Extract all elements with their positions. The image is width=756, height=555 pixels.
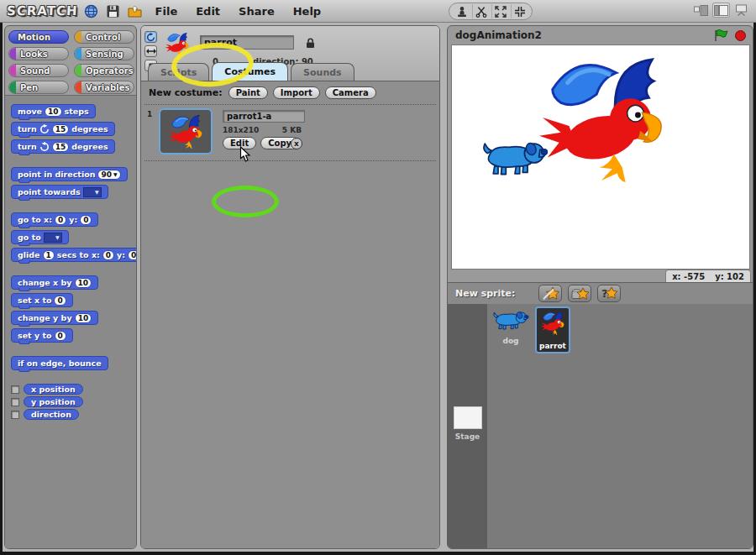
menu-share[interactable]: Share: [239, 5, 275, 18]
block-text: glide: [18, 250, 40, 259]
block-point-in-direction[interactable]: point in direction90▼: [11, 167, 128, 181]
block-set-y-to[interactable]: set y to0: [11, 328, 73, 343]
reporter-row: x position: [11, 384, 129, 395]
number-arg[interactable]: 15: [52, 124, 70, 134]
block-text: move: [18, 107, 42, 116]
block-y-position[interactable]: y position: [24, 396, 83, 407]
block-point-towards[interactable]: point towards▼: [11, 185, 108, 199]
number-arg[interactable]: 0: [55, 331, 66, 341]
number-arg[interactable]: 15: [52, 142, 70, 152]
number-arg[interactable]: 0: [54, 296, 66, 306]
dropdown-arg[interactable]: ▼: [83, 187, 102, 197]
parrot-thumbnail-icon: [540, 310, 565, 340]
new-sprite-label: New sprite:: [455, 288, 515, 299]
block-palette-panel: MotionControlLooksSensingSoundOperatorsP…: [4, 25, 137, 549]
tab-scripts[interactable]: Scripts: [148, 63, 209, 81]
block-change-y-by[interactable]: change y by10: [11, 311, 98, 325]
dropdown-arg[interactable]: ▼: [44, 233, 62, 243]
edit-costume-button[interactable]: Edit: [223, 137, 256, 149]
number-menu-arg[interactable]: 90▼: [97, 170, 120, 180]
stop-sign-icon[interactable]: [735, 30, 746, 41]
block-turn-degrees[interactable]: turn15degrees: [11, 139, 115, 154]
import-costume-button[interactable]: Import: [273, 86, 320, 99]
category-sound[interactable]: Sound: [8, 64, 69, 77]
small-stage-icon[interactable]: [693, 3, 709, 17]
surprise-sprite-icon[interactable]: ?: [597, 285, 621, 302]
sprite-tiles: dogparrot: [490, 306, 570, 353]
number-arg[interactable]: 10: [75, 278, 92, 288]
rotate-icon[interactable]: [144, 31, 157, 43]
category-accent: [75, 31, 81, 43]
block-text: degrees: [71, 142, 108, 151]
costume-dimensions: 181x210: [223, 126, 259, 134]
number-arg[interactable]: 0: [102, 250, 114, 260]
lock-icon: [306, 36, 315, 52]
menu-file[interactable]: File: [155, 5, 178, 18]
block-glide-secs-to-x-y[interactable]: glide1secs to x:0y:0: [11, 248, 137, 262]
delete-costume-icon[interactable]: x: [291, 138, 302, 149]
block-go-to[interactable]: go to▼: [11, 230, 69, 244]
save-icon[interactable]: [105, 3, 122, 19]
number-arg[interactable]: 0: [80, 215, 92, 225]
category-pen[interactable]: Pen: [8, 81, 69, 94]
block-change-x-by[interactable]: change x by10: [11, 275, 98, 290]
category-control[interactable]: Control: [74, 30, 134, 44]
tab-costumes[interactable]: Costumes: [212, 62, 288, 81]
tab-sounds[interactable]: Sounds: [291, 63, 354, 81]
paint-costume-button[interactable]: Paint: [228, 86, 268, 99]
divider: [144, 104, 436, 105]
sprite-tile-dog[interactable]: dog: [490, 306, 532, 347]
grow-sprite-icon[interactable]: [491, 4, 509, 18]
category-accent: [75, 48, 81, 60]
choose-new-sprite-icon[interactable]: [568, 285, 591, 302]
paint-new-sprite-icon[interactable]: [538, 285, 562, 302]
detail-tabs: ScriptsCostumesSounds: [141, 62, 439, 81]
block-turn-degrees[interactable]: turn15degrees: [11, 122, 115, 136]
costume-name-input[interactable]: [223, 110, 305, 123]
block-go-to-x-y[interactable]: go to x:0y:0: [11, 212, 98, 227]
category-motion[interactable]: Motion: [8, 30, 69, 44]
language-globe-icon[interactable]: [83, 3, 100, 19]
parrot-sprite-on-stage[interactable]: [536, 50, 669, 194]
costume-thumbnail[interactable]: [159, 108, 213, 154]
costume-list-item[interactable]: 1 181x210 5 KB Edit Copy x: [141, 107, 439, 162]
block-text: point towards: [18, 187, 81, 196]
sprite-name-input[interactable]: [200, 35, 294, 50]
block-x-position[interactable]: x position: [24, 384, 83, 395]
category-accent: [9, 48, 16, 60]
dog-thumbnail-icon: [492, 308, 529, 335]
category-variables[interactable]: Variables: [74, 81, 134, 94]
project-title: dogAnimation2: [455, 29, 714, 41]
checkbox-x-position[interactable]: [11, 385, 19, 394]
block-direction[interactable]: direction: [24, 409, 79, 420]
sprite-tile-parrot[interactable]: parrot: [535, 306, 570, 353]
stage-thumbnail[interactable]: [454, 406, 482, 429]
share-project-icon[interactable]: [127, 3, 144, 19]
shrink-sprite-icon[interactable]: [511, 4, 528, 18]
stamp-icon[interactable]: [453, 4, 470, 18]
block-if-on-edge-bounce[interactable]: if on edge, bounce: [11, 356, 108, 370]
presentation-mode-icon[interactable]: [733, 3, 749, 17]
checkbox-direction[interactable]: [11, 411, 19, 419]
block-move-steps[interactable]: move10steps: [11, 104, 96, 118]
green-flag-icon[interactable]: [714, 29, 728, 42]
block-text: point in direction: [18, 170, 95, 179]
checkbox-y-position[interactable]: [11, 398, 19, 406]
number-arg[interactable]: 10: [75, 313, 92, 323]
scissors-icon[interactable]: [472, 4, 490, 18]
number-arg[interactable]: 1: [43, 250, 55, 260]
number-arg[interactable]: 0: [55, 215, 66, 225]
number-arg[interactable]: 10: [45, 107, 62, 117]
camera-costume-button[interactable]: Camera: [325, 86, 376, 99]
category-looks[interactable]: Looks: [8, 47, 69, 60]
stage-canvas[interactable]: [451, 45, 750, 270]
left-right-icon[interactable]: [144, 45, 157, 57]
large-stage-icon[interactable]: [713, 3, 729, 17]
category-sensing[interactable]: Sensing: [74, 47, 134, 60]
menu-edit[interactable]: Edit: [196, 5, 220, 18]
block-set-x-to[interactable]: set x to0: [11, 293, 73, 307]
number-arg[interactable]: 0: [128, 250, 137, 260]
block-text: turn: [18, 124, 37, 134]
menu-help[interactable]: Help: [293, 5, 321, 18]
category-operators[interactable]: Operators: [74, 64, 134, 77]
